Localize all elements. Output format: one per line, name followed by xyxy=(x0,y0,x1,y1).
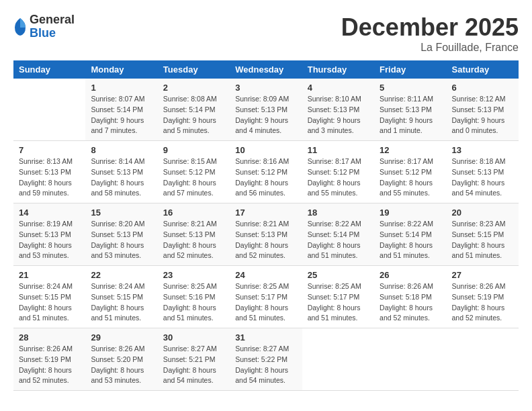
calendar-cell: 2Sunrise: 8:08 AM Sunset: 5:14 PM Daylig… xyxy=(158,79,230,141)
day-info: Sunrise: 8:07 AM Sunset: 5:14 PM Dayligh… xyxy=(91,94,152,136)
calendar-cell xyxy=(13,79,85,141)
week-row-2: 14Sunrise: 8:19 AM Sunset: 5:13 PM Dayli… xyxy=(13,203,519,266)
day-info: Sunrise: 8:24 AM Sunset: 5:15 PM Dayligh… xyxy=(19,281,80,324)
header-day-sunday: Sunday xyxy=(13,60,85,79)
day-info: Sunrise: 8:12 AM Sunset: 5:13 PM Dayligh… xyxy=(452,94,513,136)
calendar-cell: 17Sunrise: 8:21 AM Sunset: 5:13 PM Dayli… xyxy=(230,203,302,266)
day-number: 11 xyxy=(308,145,369,155)
day-info: Sunrise: 8:09 AM Sunset: 5:13 PM Dayligh… xyxy=(235,94,296,136)
month-title: December 2025 xyxy=(341,13,519,42)
calendar-cell: 14Sunrise: 8:19 AM Sunset: 5:13 PM Dayli… xyxy=(13,203,85,266)
week-row-0: 1Sunrise: 8:07 AM Sunset: 5:14 PM Daylig… xyxy=(13,79,519,141)
day-info: Sunrise: 8:16 AM Sunset: 5:12 PM Dayligh… xyxy=(235,156,296,199)
day-number: 16 xyxy=(163,208,224,218)
header-day-monday: Monday xyxy=(85,60,157,79)
calendar-cell: 28Sunrise: 8:26 AM Sunset: 5:19 PM Dayli… xyxy=(13,328,85,391)
logo-general: General xyxy=(30,13,75,27)
location: La Fouillade, France xyxy=(341,42,519,54)
day-number: 14 xyxy=(19,208,80,218)
day-number: 31 xyxy=(235,332,296,342)
calendar-cell: 23Sunrise: 8:25 AM Sunset: 5:16 PM Dayli… xyxy=(158,266,230,328)
day-number: 22 xyxy=(91,270,152,280)
calendar-cell: 29Sunrise: 8:26 AM Sunset: 5:20 PM Dayli… xyxy=(85,328,157,391)
day-info: Sunrise: 8:26 AM Sunset: 5:18 PM Dayligh… xyxy=(380,281,441,324)
header-day-friday: Friday xyxy=(374,60,446,79)
day-number: 21 xyxy=(19,270,80,280)
day-info: Sunrise: 8:18 AM Sunset: 5:13 PM Dayligh… xyxy=(452,156,513,199)
day-number: 2 xyxy=(163,83,224,93)
day-info: Sunrise: 8:27 AM Sunset: 5:21 PM Dayligh… xyxy=(163,344,224,386)
logo-text: General Blue xyxy=(30,13,75,40)
calendar-cell: 12Sunrise: 8:17 AM Sunset: 5:12 PM Dayli… xyxy=(374,141,446,203)
day-number: 24 xyxy=(235,270,296,280)
day-info: Sunrise: 8:23 AM Sunset: 5:15 PM Dayligh… xyxy=(452,219,513,261)
calendar-cell: 16Sunrise: 8:21 AM Sunset: 5:13 PM Dayli… xyxy=(158,203,230,266)
day-number: 13 xyxy=(452,145,513,155)
day-number: 25 xyxy=(308,270,369,280)
calendar-cell: 6Sunrise: 8:12 AM Sunset: 5:13 PM Daylig… xyxy=(447,79,519,141)
day-number: 29 xyxy=(91,332,152,342)
calendar-cell: 20Sunrise: 8:23 AM Sunset: 5:15 PM Dayli… xyxy=(447,203,519,266)
day-number: 6 xyxy=(452,83,513,93)
day-info: Sunrise: 8:17 AM Sunset: 5:12 PM Dayligh… xyxy=(308,156,369,199)
title-area: December 2025 La Fouillade, France xyxy=(341,13,519,54)
day-number: 30 xyxy=(163,332,224,342)
calendar-cell: 8Sunrise: 8:14 AM Sunset: 5:13 PM Daylig… xyxy=(85,141,157,203)
calendar-table: SundayMondayTuesdayWednesdayThursdayFrid… xyxy=(13,60,519,391)
header-day-tuesday: Tuesday xyxy=(158,60,230,79)
day-info: Sunrise: 8:22 AM Sunset: 5:14 PM Dayligh… xyxy=(308,219,369,261)
week-row-3: 21Sunrise: 8:24 AM Sunset: 5:15 PM Dayli… xyxy=(13,266,519,328)
calendar-cell: 15Sunrise: 8:20 AM Sunset: 5:13 PM Dayli… xyxy=(85,203,157,266)
calendar-cell: 24Sunrise: 8:25 AM Sunset: 5:17 PM Dayli… xyxy=(230,266,302,328)
day-info: Sunrise: 8:19 AM Sunset: 5:13 PM Dayligh… xyxy=(19,219,80,261)
day-number: 23 xyxy=(163,270,224,280)
day-number: 17 xyxy=(235,208,296,218)
calendar-cell xyxy=(447,328,519,391)
calendar-cell: 26Sunrise: 8:26 AM Sunset: 5:18 PM Dayli… xyxy=(374,266,446,328)
day-number: 8 xyxy=(91,145,152,155)
header-day-thursday: Thursday xyxy=(302,60,374,79)
day-number: 3 xyxy=(235,83,296,93)
calendar-cell: 21Sunrise: 8:24 AM Sunset: 5:15 PM Dayli… xyxy=(13,266,85,328)
header-day-wednesday: Wednesday xyxy=(230,60,302,79)
day-info: Sunrise: 8:17 AM Sunset: 5:12 PM Dayligh… xyxy=(380,156,441,199)
day-info: Sunrise: 8:08 AM Sunset: 5:14 PM Dayligh… xyxy=(163,94,224,136)
calendar-cell: 3Sunrise: 8:09 AM Sunset: 5:13 PM Daylig… xyxy=(230,79,302,141)
day-number: 12 xyxy=(380,145,441,155)
day-number: 26 xyxy=(380,270,441,280)
day-info: Sunrise: 8:11 AM Sunset: 5:13 PM Dayligh… xyxy=(380,94,441,136)
calendar-body: 1Sunrise: 8:07 AM Sunset: 5:14 PM Daylig… xyxy=(13,79,519,391)
day-number: 19 xyxy=(380,208,441,218)
calendar-cell: 31Sunrise: 8:27 AM Sunset: 5:22 PM Dayli… xyxy=(230,328,302,391)
calendar-cell: 27Sunrise: 8:26 AM Sunset: 5:19 PM Dayli… xyxy=(447,266,519,328)
day-info: Sunrise: 8:21 AM Sunset: 5:13 PM Dayligh… xyxy=(163,219,224,261)
day-number: 15 xyxy=(91,208,152,218)
day-number: 4 xyxy=(308,83,369,93)
header-row: SundayMondayTuesdayWednesdayThursdayFrid… xyxy=(13,60,519,79)
day-info: Sunrise: 8:14 AM Sunset: 5:13 PM Dayligh… xyxy=(91,156,152,199)
calendar-cell: 5Sunrise: 8:11 AM Sunset: 5:13 PM Daylig… xyxy=(374,79,446,141)
calendar-cell: 10Sunrise: 8:16 AM Sunset: 5:12 PM Dayli… xyxy=(230,141,302,203)
calendar-cell: 7Sunrise: 8:13 AM Sunset: 5:13 PM Daylig… xyxy=(13,141,85,203)
day-info: Sunrise: 8:22 AM Sunset: 5:14 PM Dayligh… xyxy=(380,219,441,261)
calendar-cell: 18Sunrise: 8:22 AM Sunset: 5:14 PM Dayli… xyxy=(302,203,374,266)
day-number: 1 xyxy=(91,83,152,93)
day-info: Sunrise: 8:13 AM Sunset: 5:13 PM Dayligh… xyxy=(19,156,80,199)
calendar-cell: 19Sunrise: 8:22 AM Sunset: 5:14 PM Dayli… xyxy=(374,203,446,266)
calendar-cell: 30Sunrise: 8:27 AM Sunset: 5:21 PM Dayli… xyxy=(158,328,230,391)
logo-blue: Blue xyxy=(30,27,75,40)
day-number: 5 xyxy=(380,83,441,93)
calendar-header: SundayMondayTuesdayWednesdayThursdayFrid… xyxy=(13,60,519,79)
day-number: 20 xyxy=(452,208,513,218)
day-number: 18 xyxy=(308,208,369,218)
day-info: Sunrise: 8:24 AM Sunset: 5:15 PM Dayligh… xyxy=(91,281,152,324)
calendar-cell: 22Sunrise: 8:24 AM Sunset: 5:15 PM Dayli… xyxy=(85,266,157,328)
day-info: Sunrise: 8:26 AM Sunset: 5:19 PM Dayligh… xyxy=(19,344,80,386)
header-day-saturday: Saturday xyxy=(447,60,519,79)
day-info: Sunrise: 8:20 AM Sunset: 5:13 PM Dayligh… xyxy=(91,219,152,261)
day-info: Sunrise: 8:27 AM Sunset: 5:22 PM Dayligh… xyxy=(235,344,296,386)
calendar-cell xyxy=(374,328,446,391)
day-number: 7 xyxy=(19,145,80,155)
calendar-cell: 4Sunrise: 8:10 AM Sunset: 5:13 PM Daylig… xyxy=(302,79,374,141)
day-info: Sunrise: 8:25 AM Sunset: 5:17 PM Dayligh… xyxy=(308,281,369,324)
